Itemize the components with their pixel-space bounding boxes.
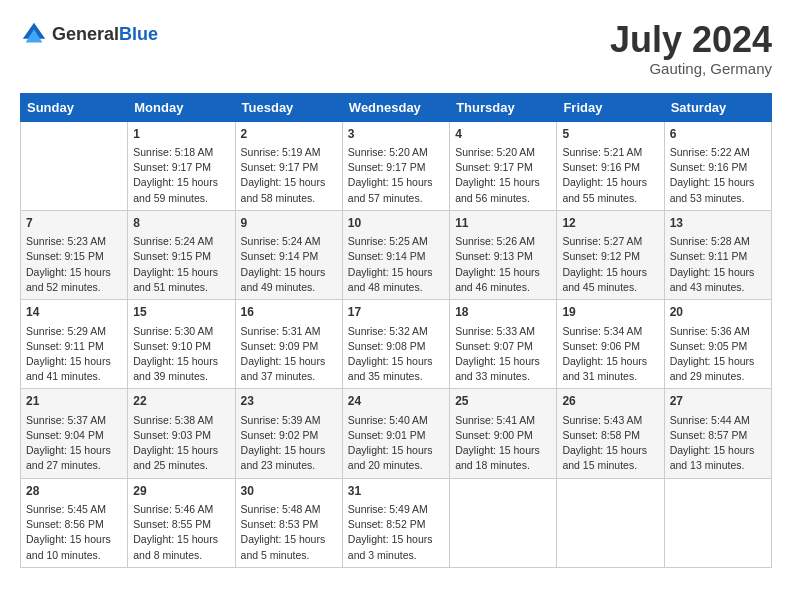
sunset-text: Sunset: 8:53 PM: [241, 517, 337, 532]
calendar-cell: 8Sunrise: 5:24 AMSunset: 9:15 PMDaylight…: [128, 210, 235, 299]
daylight-text: Daylight: 15 hours and 29 minutes.: [670, 354, 766, 384]
calendar-cell: [450, 478, 557, 567]
sunset-text: Sunset: 8:52 PM: [348, 517, 444, 532]
calendar-cell: 29Sunrise: 5:46 AMSunset: 8:55 PMDayligh…: [128, 478, 235, 567]
day-number: 19: [562, 304, 658, 321]
sunrise-text: Sunrise: 5:24 AM: [241, 234, 337, 249]
sunrise-text: Sunrise: 5:26 AM: [455, 234, 551, 249]
daylight-text: Daylight: 15 hours and 49 minutes.: [241, 265, 337, 295]
daylight-text: Daylight: 15 hours and 48 minutes.: [348, 265, 444, 295]
sunset-text: Sunset: 9:02 PM: [241, 428, 337, 443]
daylight-text: Daylight: 15 hours and 52 minutes.: [26, 265, 122, 295]
sunset-text: Sunset: 8:56 PM: [26, 517, 122, 532]
header-cell-monday: Monday: [128, 93, 235, 121]
sunrise-text: Sunrise: 5:43 AM: [562, 413, 658, 428]
daylight-text: Daylight: 15 hours and 3 minutes.: [348, 532, 444, 562]
daylight-text: Daylight: 15 hours and 10 minutes.: [26, 532, 122, 562]
daylight-text: Daylight: 15 hours and 23 minutes.: [241, 443, 337, 473]
sunset-text: Sunset: 8:57 PM: [670, 428, 766, 443]
calendar-cell: 23Sunrise: 5:39 AMSunset: 9:02 PMDayligh…: [235, 389, 342, 478]
sunrise-text: Sunrise: 5:27 AM: [562, 234, 658, 249]
sunset-text: Sunset: 9:14 PM: [348, 249, 444, 264]
day-number: 20: [670, 304, 766, 321]
calendar-cell: [664, 478, 771, 567]
daylight-text: Daylight: 15 hours and 5 minutes.: [241, 532, 337, 562]
sunset-text: Sunset: 9:17 PM: [133, 160, 229, 175]
sunrise-text: Sunrise: 5:20 AM: [455, 145, 551, 160]
calendar-cell: 6Sunrise: 5:22 AMSunset: 9:16 PMDaylight…: [664, 121, 771, 210]
sunrise-text: Sunrise: 5:41 AM: [455, 413, 551, 428]
page-header: GeneralBlue July 2024 Gauting, Germany: [20, 20, 772, 77]
sunset-text: Sunset: 9:06 PM: [562, 339, 658, 354]
day-number: 16: [241, 304, 337, 321]
day-number: 7: [26, 215, 122, 232]
sunset-text: Sunset: 9:13 PM: [455, 249, 551, 264]
daylight-text: Daylight: 15 hours and 39 minutes.: [133, 354, 229, 384]
daylight-text: Daylight: 15 hours and 8 minutes.: [133, 532, 229, 562]
day-number: 13: [670, 215, 766, 232]
daylight-text: Daylight: 15 hours and 57 minutes.: [348, 175, 444, 205]
sunrise-text: Sunrise: 5:28 AM: [670, 234, 766, 249]
month-year: July 2024: [610, 20, 772, 60]
day-number: 21: [26, 393, 122, 410]
sunrise-text: Sunrise: 5:25 AM: [348, 234, 444, 249]
sunset-text: Sunset: 9:04 PM: [26, 428, 122, 443]
calendar-cell: 4Sunrise: 5:20 AMSunset: 9:17 PMDaylight…: [450, 121, 557, 210]
calendar-cell: 27Sunrise: 5:44 AMSunset: 8:57 PMDayligh…: [664, 389, 771, 478]
sunrise-text: Sunrise: 5:23 AM: [26, 234, 122, 249]
daylight-text: Daylight: 15 hours and 43 minutes.: [670, 265, 766, 295]
day-number: 5: [562, 126, 658, 143]
daylight-text: Daylight: 15 hours and 27 minutes.: [26, 443, 122, 473]
calendar-cell: 16Sunrise: 5:31 AMSunset: 9:09 PMDayligh…: [235, 300, 342, 389]
header-cell-saturday: Saturday: [664, 93, 771, 121]
sunset-text: Sunset: 9:16 PM: [562, 160, 658, 175]
daylight-text: Daylight: 15 hours and 51 minutes.: [133, 265, 229, 295]
logo-icon: [20, 20, 48, 48]
sunset-text: Sunset: 9:11 PM: [670, 249, 766, 264]
calendar-row: 1Sunrise: 5:18 AMSunset: 9:17 PMDaylight…: [21, 121, 772, 210]
sunset-text: Sunset: 9:11 PM: [26, 339, 122, 354]
daylight-text: Daylight: 15 hours and 56 minutes.: [455, 175, 551, 205]
calendar-cell: 22Sunrise: 5:38 AMSunset: 9:03 PMDayligh…: [128, 389, 235, 478]
daylight-text: Daylight: 15 hours and 55 minutes.: [562, 175, 658, 205]
calendar-cell: 2Sunrise: 5:19 AMSunset: 9:17 PMDaylight…: [235, 121, 342, 210]
day-number: 2: [241, 126, 337, 143]
daylight-text: Daylight: 15 hours and 46 minutes.: [455, 265, 551, 295]
calendar-table: SundayMondayTuesdayWednesdayThursdayFrid…: [20, 93, 772, 568]
daylight-text: Daylight: 15 hours and 35 minutes.: [348, 354, 444, 384]
sunrise-text: Sunrise: 5:48 AM: [241, 502, 337, 517]
sunrise-text: Sunrise: 5:45 AM: [26, 502, 122, 517]
calendar-cell: [21, 121, 128, 210]
sunrise-text: Sunrise: 5:22 AM: [670, 145, 766, 160]
header-cell-wednesday: Wednesday: [342, 93, 449, 121]
title-block: July 2024 Gauting, Germany: [610, 20, 772, 77]
calendar-cell: 13Sunrise: 5:28 AMSunset: 9:11 PMDayligh…: [664, 210, 771, 299]
day-number: 14: [26, 304, 122, 321]
sunrise-text: Sunrise: 5:33 AM: [455, 324, 551, 339]
sunrise-text: Sunrise: 5:32 AM: [348, 324, 444, 339]
logo-blue: Blue: [119, 24, 158, 44]
calendar-cell: [557, 478, 664, 567]
calendar-cell: 26Sunrise: 5:43 AMSunset: 8:58 PMDayligh…: [557, 389, 664, 478]
calendar-row: 7Sunrise: 5:23 AMSunset: 9:15 PMDaylight…: [21, 210, 772, 299]
sunrise-text: Sunrise: 5:38 AM: [133, 413, 229, 428]
calendar-body: 1Sunrise: 5:18 AMSunset: 9:17 PMDaylight…: [21, 121, 772, 567]
daylight-text: Daylight: 15 hours and 45 minutes.: [562, 265, 658, 295]
sunrise-text: Sunrise: 5:24 AM: [133, 234, 229, 249]
sunrise-text: Sunrise: 5:31 AM: [241, 324, 337, 339]
daylight-text: Daylight: 15 hours and 41 minutes.: [26, 354, 122, 384]
day-number: 4: [455, 126, 551, 143]
calendar-cell: 17Sunrise: 5:32 AMSunset: 9:08 PMDayligh…: [342, 300, 449, 389]
day-number: 8: [133, 215, 229, 232]
calendar-cell: 9Sunrise: 5:24 AMSunset: 9:14 PMDaylight…: [235, 210, 342, 299]
sunset-text: Sunset: 9:15 PM: [26, 249, 122, 264]
sunset-text: Sunset: 8:55 PM: [133, 517, 229, 532]
logo: GeneralBlue: [20, 20, 158, 48]
daylight-text: Daylight: 15 hours and 13 minutes.: [670, 443, 766, 473]
calendar-cell: 18Sunrise: 5:33 AMSunset: 9:07 PMDayligh…: [450, 300, 557, 389]
sunrise-text: Sunrise: 5:34 AM: [562, 324, 658, 339]
sunset-text: Sunset: 9:17 PM: [348, 160, 444, 175]
daylight-text: Daylight: 15 hours and 25 minutes.: [133, 443, 229, 473]
daylight-text: Daylight: 15 hours and 58 minutes.: [241, 175, 337, 205]
day-number: 11: [455, 215, 551, 232]
